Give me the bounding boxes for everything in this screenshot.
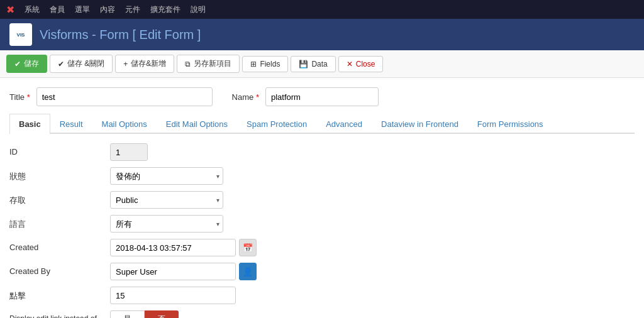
tab-form-permissions[interactable]: Form Permissions — [468, 114, 553, 134]
language-control: 所有 ▾ — [110, 215, 635, 233]
name-label: Name — [232, 92, 259, 102]
main-content: Title Name Basic Result Mail Options Edi… — [0, 78, 644, 318]
status-select-wrap: 發佈的 未發佈 ▾ — [110, 167, 223, 185]
tabs-container: Basic Result Mail Options Edit Mail Opti… — [9, 114, 635, 134]
access-control: Public Registered Special ▾ — [110, 191, 635, 209]
tab-basic[interactable]: Basic — [9, 114, 50, 134]
fields-button[interactable]: ⊞ Fields — [242, 56, 288, 72]
app-header: VIS Visforms - Form [ Edit Form ] — [0, 19, 644, 50]
display-edit-label: Display edit link instead of form — [9, 310, 110, 318]
tab-dataview[interactable]: Dataview in Frontend — [372, 114, 468, 134]
status-label: 狀態 — [9, 167, 110, 182]
status-select[interactable]: 發佈的 未發佈 — [110, 167, 223, 185]
created-by-label: Created By — [9, 263, 110, 276]
language-select-wrap: 所有 ▾ — [110, 215, 223, 233]
created-by-input[interactable] — [110, 263, 236, 280]
save-new-button[interactable]: + 儲存&新增 — [115, 55, 174, 73]
user-select-icon[interactable]: 👤 — [239, 263, 257, 280]
toggle-no-button[interactable]: 否 — [145, 310, 179, 318]
data-button[interactable]: 💾 Data — [291, 56, 335, 72]
language-select[interactable]: 所有 — [110, 215, 223, 233]
created-by-row: Created By 👤 — [9, 263, 635, 280]
id-row: ID — [9, 143, 635, 161]
tab-result[interactable]: Result — [50, 114, 92, 134]
hits-control — [110, 287, 635, 304]
save-button[interactable]: ✔ 儲存 — [6, 55, 47, 73]
hits-input[interactable] — [110, 287, 236, 304]
toolbar: ✔ 儲存 ✔ 儲存 &關閉 + 儲存&新增 ⧉ 另存新項目 ⊞ Fields 💾… — [0, 50, 644, 78]
app-logo: VIS — [9, 23, 32, 46]
toggle-yes-button[interactable]: 是 — [110, 310, 145, 318]
nav-item-content[interactable]: 內容 — [100, 4, 115, 15]
title-label: Title — [9, 92, 30, 102]
joomla-logo-icon: ✖ — [6, 4, 14, 16]
save-copy-button[interactable]: ⧉ 另存新項目 — [177, 55, 240, 73]
app-title: Visforms - Form [ Edit Form ] — [40, 28, 201, 42]
title-name-row: Title Name — [9, 87, 635, 106]
nav-item-menu[interactable]: 選單 — [75, 4, 90, 15]
nav-item-system[interactable]: 系統 — [25, 4, 40, 15]
language-label: 語言 — [9, 215, 110, 230]
created-label: Created — [9, 239, 110, 252]
close-x-icon: ✕ — [347, 60, 353, 69]
close-button[interactable]: ✕ Close — [338, 56, 384, 72]
calendar-icon[interactable]: 📅 — [239, 239, 257, 256]
access-select-wrap: Public Registered Special ▾ — [110, 191, 223, 209]
tab-mail-options[interactable]: Mail Options — [92, 114, 157, 134]
nav-item-extensions[interactable]: 擴充套件 — [150, 4, 180, 15]
fields-grid-icon: ⊞ — [250, 60, 257, 69]
save-check-icon: ✔ — [14, 60, 21, 69]
id-input[interactable] — [110, 143, 148, 161]
access-label: 存取 — [9, 191, 110, 206]
language-row: 語言 所有 ▾ — [9, 215, 635, 233]
title-input[interactable] — [36, 87, 213, 106]
status-row: 狀態 發佈的 未發佈 ▾ — [9, 167, 635, 185]
access-row: 存取 Public Registered Special ▾ — [9, 191, 635, 209]
basic-tab-content: ID 狀態 發佈的 未發佈 ▾ 存取 — [9, 143, 635, 318]
data-floppy-icon: 💾 — [299, 60, 308, 69]
created-row: Created 📅 — [9, 239, 635, 256]
created-control: 📅 — [110, 239, 635, 256]
save-close-button[interactable]: ✔ 儲存 &關閉 — [50, 55, 113, 73]
nav-item-help[interactable]: 說明 — [191, 4, 206, 15]
name-input[interactable] — [265, 87, 379, 106]
nav-item-members[interactable]: 會員 — [50, 4, 65, 15]
tab-spam-protection[interactable]: Spam Protection — [237, 114, 316, 134]
created-by-control: 👤 — [110, 263, 635, 280]
display-edit-row: Display edit link instead of form 是 否 — [9, 310, 635, 318]
nav-item-components[interactable]: 元件 — [125, 4, 140, 15]
tab-advanced[interactable]: Advanced — [316, 114, 372, 134]
hits-row: 點擊 — [9, 287, 635, 304]
id-label: ID — [9, 143, 110, 156]
tab-edit-mail-options[interactable]: Edit Mail Options — [157, 114, 237, 134]
toggle-group: 是 否 — [110, 310, 179, 318]
top-nav: ✖ 系統 會員 選單 內容 元件 擴充套件 說明 — [0, 0, 644, 19]
status-control: 發佈的 未發佈 ▾ — [110, 167, 635, 185]
display-edit-control: 是 否 — [110, 310, 635, 318]
save-new-icon: + — [123, 60, 128, 69]
created-input[interactable] — [110, 239, 236, 256]
id-control — [110, 143, 635, 161]
hits-label: 點擊 — [9, 287, 110, 302]
save-close-icon: ✔ — [58, 60, 64, 69]
copy-icon: ⧉ — [185, 60, 191, 69]
access-select[interactable]: Public Registered Special — [110, 191, 223, 209]
